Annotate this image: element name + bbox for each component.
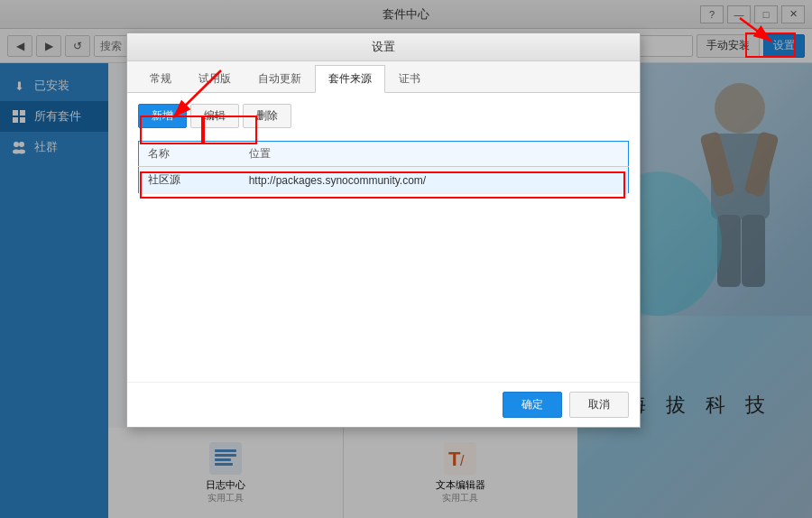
settings-dialog: 设置 常规 试用版 自动更新 套件来源 证书 新增 编辑 删除 名称 位置 社区 (126, 32, 641, 428)
source-name: 社区源 (139, 167, 240, 194)
dialog-spacer (138, 203, 629, 371)
tab-sources[interactable]: 套件来源 (315, 65, 385, 93)
table-row[interactable]: 社区源 http://packages.synocommunity.com/ (139, 167, 629, 194)
delete-source-button[interactable]: 删除 (243, 104, 291, 128)
dialog-tabs: 常规 试用版 自动更新 套件来源 证书 (127, 61, 640, 93)
tab-autoupdate[interactable]: 自动更新 (245, 65, 315, 92)
tab-general[interactable]: 常规 (136, 65, 185, 92)
confirm-button[interactable]: 确定 (503, 392, 562, 418)
dialog-toolbar: 新增 编辑 删除 (138, 104, 629, 128)
sources-table: 名称 位置 社区源 http://packages.synocommunity.… (138, 141, 629, 194)
cancel-button[interactable]: 取消 (569, 392, 629, 418)
tab-beta[interactable]: 试用版 (185, 65, 245, 92)
edit-source-button[interactable]: 编辑 (190, 104, 239, 128)
dialog-title: 设置 (127, 33, 640, 61)
dialog-body: 新增 编辑 删除 名称 位置 社区源 http://packages.synoc… (127, 93, 640, 382)
col-location: 位置 (240, 142, 629, 167)
tab-cert[interactable]: 证书 (385, 65, 434, 92)
col-name: 名称 (139, 142, 240, 167)
source-location: http://packages.synocommunity.com/ (240, 167, 629, 194)
add-source-button[interactable]: 新增 (138, 104, 187, 128)
dialog-footer: 确定 取消 (127, 382, 640, 427)
